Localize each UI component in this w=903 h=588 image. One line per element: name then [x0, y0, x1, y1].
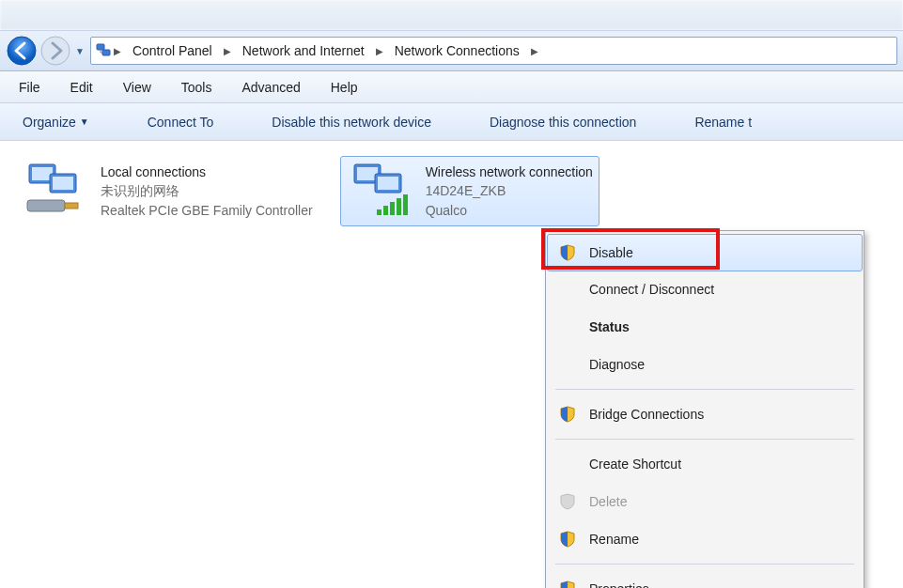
shield-icon [557, 406, 578, 423]
ctx-rename-label: Rename [589, 532, 639, 547]
svg-rect-7 [53, 177, 73, 190]
window-titlebar-blur [0, 0, 903, 30]
cmd-diagnose[interactable]: Diagnose this connection [476, 109, 649, 135]
cmd-organize[interactable]: Organize ▼ [9, 109, 102, 135]
menu-tools[interactable]: Tools [166, 74, 227, 101]
cmd-rename[interactable]: Rename t [681, 109, 765, 135]
connection-adapter: Qualco [426, 201, 593, 220]
svg-rect-2 [97, 44, 104, 50]
ctx-disable-label: Disable [589, 245, 633, 260]
signal-bars-icon [377, 194, 408, 215]
chevron-right-icon: ▶ [376, 46, 383, 56]
ctx-properties-label: Properties [589, 581, 649, 588]
cmd-organize-label: Organize [23, 115, 76, 130]
connections-pane: Local connections 未识别的网络 Realtek PCIe GB… [0, 141, 903, 241]
connection-title: Wireless network connection [426, 162, 593, 181]
ctx-rename[interactable]: Rename [548, 520, 862, 558]
ctx-delete: Delete [548, 483, 862, 520]
forward-button[interactable] [39, 35, 71, 67]
menu-file[interactable]: File [4, 74, 55, 101]
svg-rect-16 [390, 202, 395, 215]
svg-rect-9 [65, 203, 78, 209]
ctx-delete-label: Delete [589, 494, 627, 509]
breadcrumb-network-connections[interactable]: Network Connections [385, 38, 529, 64]
svg-rect-15 [383, 206, 388, 215]
ctx-bridge[interactable]: Bridge Connections [548, 395, 862, 433]
menu-advanced[interactable]: Advanced [226, 74, 315, 101]
chevron-down-icon: ▼ [80, 116, 89, 127]
navigation-bar: ▼ ▶ Control Panel ▶ Network and Internet… [0, 30, 903, 71]
connection-title: Local connections [101, 162, 313, 181]
ctx-create-shortcut[interactable]: Create Shortcut [548, 445, 862, 483]
svg-point-0 [8, 37, 36, 65]
cmd-disable-device[interactable]: Disable this network device [258, 109, 444, 135]
shield-icon [557, 580, 578, 588]
connection-adapter: Realtek PCIe GBE Family Controller [101, 201, 313, 220]
ctx-connect-disconnect[interactable]: Connect / Disconnect [548, 271, 862, 308]
svg-point-1 [41, 37, 70, 65]
svg-rect-18 [403, 194, 408, 215]
ctx-disable[interactable]: Disable [547, 234, 863, 271]
menu-help[interactable]: Help [316, 74, 373, 101]
breadcrumb-network-internet[interactable]: Network and Internet [233, 38, 374, 64]
menu-separator [555, 439, 854, 440]
ctx-diagnose-label: Diagnose [589, 357, 645, 372]
lan-adapter-icon [22, 162, 89, 219]
connection-status: 未识别的网络 [101, 181, 313, 200]
chevron-right-icon: ▶ [531, 46, 538, 56]
ctx-properties[interactable]: Properties [548, 570, 862, 588]
svg-rect-17 [397, 198, 401, 215]
menu-separator [555, 564, 854, 565]
ctx-diagnose[interactable]: Diagnose [548, 346, 862, 383]
menu-separator [555, 389, 854, 390]
wifi-adapter-icon [347, 162, 414, 219]
ctx-connect-label: Connect / Disconnect [589, 282, 714, 297]
nav-history-dropdown[interactable]: ▼ [75, 46, 85, 56]
command-bar: Organize ▼ Connect To Disable this netwo… [0, 103, 903, 141]
back-button[interactable] [6, 35, 38, 67]
network-connections-icon [95, 41, 112, 61]
shield-icon [557, 531, 578, 548]
connection-item-local[interactable]: Local connections 未识别的网络 Realtek PCIe GB… [15, 156, 319, 226]
shield-icon [557, 493, 578, 510]
connection-ssid: 14D24E_ZKB [426, 181, 593, 200]
ctx-status[interactable]: Status [548, 308, 862, 346]
svg-rect-14 [377, 209, 381, 215]
ctx-bridge-label: Bridge Connections [589, 407, 704, 422]
breadcrumb-root[interactable]: Control Panel [123, 38, 222, 64]
menu-view[interactable]: View [108, 74, 166, 101]
svg-rect-8 [27, 200, 65, 211]
ctx-shortcut-label: Create Shortcut [589, 456, 681, 472]
svg-rect-13 [378, 177, 398, 190]
svg-rect-3 [102, 50, 110, 55]
chevron-right-icon: ▶ [224, 46, 231, 56]
menu-edit[interactable]: Edit [55, 74, 108, 101]
shield-icon [557, 244, 578, 261]
connection-context-menu: Disable Connect / Disconnect Status Diag… [545, 230, 864, 588]
chevron-right-icon: ▶ [114, 46, 121, 56]
connection-item-wireless[interactable]: Wireless network connection 14D24E_ZKB Q… [340, 156, 599, 226]
address-bar[interactable]: ▶ Control Panel ▶ Network and Internet ▶… [90, 37, 897, 65]
cmd-connect-to[interactable]: Connect To [134, 109, 227, 135]
ctx-status-label: Status [589, 319, 630, 334]
menu-bar: File Edit View Tools Advanced Help [0, 71, 903, 103]
